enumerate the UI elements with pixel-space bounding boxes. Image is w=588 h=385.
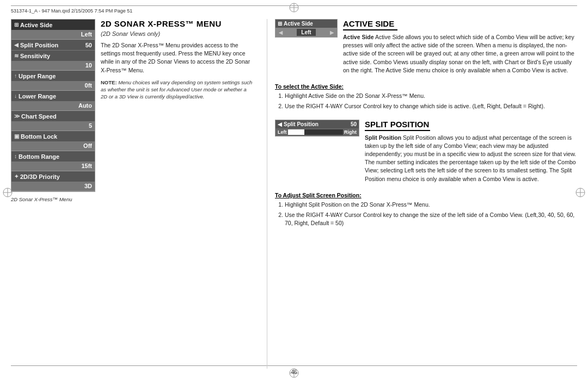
split-position-header: ◀ Split Position 50 Left Right bbox=[275, 120, 577, 188]
split-slider-row: Left Right bbox=[275, 128, 359, 136]
split-position-display: ◀ Split Position 50 Left Right bbox=[275, 120, 359, 136]
menu-item-bottom-lock-label: Bottom Lock bbox=[21, 133, 57, 140]
active-side-display-value: ◀ Left ▶ bbox=[275, 28, 337, 37]
split-position-step-2: Use the RIGHT 4-WAY Cursor Control key t… bbox=[285, 211, 577, 227]
active-side-section: ⊞ Active Side ◀ Left ▶ ACTIVE SIDE bbox=[275, 19, 577, 111]
menu-item-upper-range[interactable]: ↑ Upper Range bbox=[11, 71, 95, 82]
split-position-steps: Highlight Split Position on the 2D Sonar… bbox=[275, 201, 577, 228]
menu-caption: 2D Sonar X-Press™ Menu bbox=[11, 196, 152, 202]
mid-subtitle: (2D Sonar Views only) bbox=[101, 30, 253, 37]
split-position-display-title: ◀ Split Position 50 bbox=[275, 120, 359, 128]
menu-item-chart-speed-label: Chart Speed bbox=[21, 113, 57, 120]
menu-item-lower-range[interactable]: ↓ Lower Range bbox=[11, 91, 95, 102]
split-position-icon: ◀ bbox=[278, 121, 282, 127]
menu-item-chart-speed[interactable]: ≫ Chart Speed bbox=[11, 111, 95, 122]
lower-range-icon: ↓ bbox=[14, 93, 17, 99]
right-column: ⊞ Active Side ◀ Left ▶ ACTIVE SIDE bbox=[275, 19, 577, 237]
split-position-heading: SPLIT POSITION bbox=[365, 120, 430, 131]
split-position-text-block: SPLIT POSITION Split Position Split Posi… bbox=[365, 120, 577, 188]
menu-box: ⊞ Active Side Left ◀ Split Position 50 ≋ bbox=[11, 19, 95, 192]
menu-item-upper-range-value: 0ft bbox=[11, 82, 95, 91]
menu-item-lower-range-label: Lower Range bbox=[19, 93, 56, 100]
menu-item-active-side-value: Left bbox=[11, 30, 95, 40]
upper-range-icon: ↑ bbox=[14, 73, 17, 79]
menu-item-bottom-lock-value: Off bbox=[11, 142, 95, 151]
menu-item-2d3d-priority-value: 3D bbox=[11, 182, 95, 191]
page: 531374-1_A - 947 Man.qxd 2/15/2005 7:54 … bbox=[0, 0, 588, 385]
chart-speed-icon: ≫ bbox=[14, 113, 20, 119]
split-slider-fill bbox=[288, 129, 304, 135]
menu-item-2d3d-priority[interactable]: ✦ 2D/3D Priority bbox=[11, 171, 95, 182]
active-side-header: ⊞ Active Side ◀ Left ▶ ACTIVE SIDE bbox=[275, 19, 577, 79]
active-side-display-icon: ⊞ bbox=[278, 21, 282, 27]
split-position-body: Split Position Split Position allows you… bbox=[365, 134, 577, 183]
menu-item-2d3d-priority-label: 2D/3D Priority bbox=[20, 173, 60, 180]
arrow-left-icon: ◀ bbox=[279, 30, 283, 35]
menu-item-sensitivity-value: 10 bbox=[11, 61, 95, 71]
menu-item-bottom-range-label: Bottom Range bbox=[19, 153, 59, 160]
reg-mark-top bbox=[289, 2, 299, 13]
split-position-section: ◀ Split Position 50 Left Right bbox=[275, 120, 577, 228]
active-side-step-1: Highlight Active Side on the 2D Sonar X-… bbox=[285, 92, 577, 100]
active-side-display: ⊞ Active Side ◀ Left ▶ bbox=[275, 19, 338, 38]
menu-item-sensitivity-label: Sensitivity bbox=[20, 53, 50, 59]
mid-body: The 2D Sonar X-Press™ Menu provides acce… bbox=[101, 41, 253, 74]
bottom-range-icon: ↕ bbox=[14, 153, 17, 159]
menu-item-bottom-range[interactable]: ↕ Bottom Range bbox=[11, 151, 95, 162]
menu-item-bottom-lock[interactable]: ▣ Bottom Lock bbox=[11, 131, 95, 142]
to-select-heading: To select the Active Side: bbox=[275, 83, 577, 90]
menu-item-active-side-label: Active Side bbox=[20, 22, 52, 28]
vertical-divider bbox=[267, 19, 267, 369]
mid-note: NOTE: Menu choices will vary depending o… bbox=[101, 79, 253, 101]
active-side-heading: ACTIVE SIDE bbox=[343, 19, 397, 30]
to-adjust-heading: To Adjust Split Screen Position: bbox=[275, 192, 577, 198]
sensitivity-icon: ≋ bbox=[14, 53, 19, 59]
active-side-display-title: ⊞ Active Side bbox=[275, 20, 337, 28]
split-position-step-1: Highlight Split Position on the 2D Sonar… bbox=[285, 201, 577, 209]
footer: 46 bbox=[11, 365, 577, 375]
active-side-icon: ⊞ bbox=[14, 22, 19, 28]
active-side-body: Active Side Active Side allows you to se… bbox=[343, 33, 577, 74]
menu-item-lower-range-value: Auto bbox=[11, 102, 95, 111]
mid-title: 2D SONAR X-PRESS™ MENU bbox=[101, 19, 253, 28]
menu-item-split-position[interactable]: ◀ Split Position 50 bbox=[11, 40, 95, 51]
bottom-lock-icon: ▣ bbox=[14, 133, 19, 139]
arrow-right-icon: ▶ bbox=[330, 30, 334, 35]
split-slider-bar bbox=[288, 129, 344, 135]
menu-item-bottom-range-value: 15ft bbox=[11, 162, 95, 171]
mid-column: 2D SONAR X-PRESS™ MENU (2D Sonar Views o… bbox=[101, 19, 253, 101]
active-side-step-2: Use the RIGHT 4-WAY Cursor Control key t… bbox=[285, 102, 577, 110]
menu-item-active-side[interactable]: ⊞ Active Side bbox=[11, 20, 95, 30]
page-number: 46 bbox=[291, 369, 297, 375]
menu-item-chart-speed-value: 5 bbox=[11, 122, 95, 131]
header-text: 531374-1_A - 947 Man.qxd 2/15/2005 7:54 … bbox=[11, 8, 132, 14]
menu-item-sensitivity[interactable]: ≋ Sensitivity bbox=[11, 51, 95, 61]
split-position-icon: ◀ bbox=[14, 42, 19, 48]
2d3d-priority-icon: ✦ bbox=[14, 173, 19, 179]
menu-item-upper-range-label: Upper Range bbox=[19, 73, 56, 79]
active-side-text-block: ACTIVE SIDE Active Side Active Side allo… bbox=[343, 19, 577, 79]
active-side-steps: Highlight Active Side on the 2D Sonar X-… bbox=[275, 92, 577, 110]
menu-item-split-position-label: Split Position bbox=[20, 42, 58, 48]
